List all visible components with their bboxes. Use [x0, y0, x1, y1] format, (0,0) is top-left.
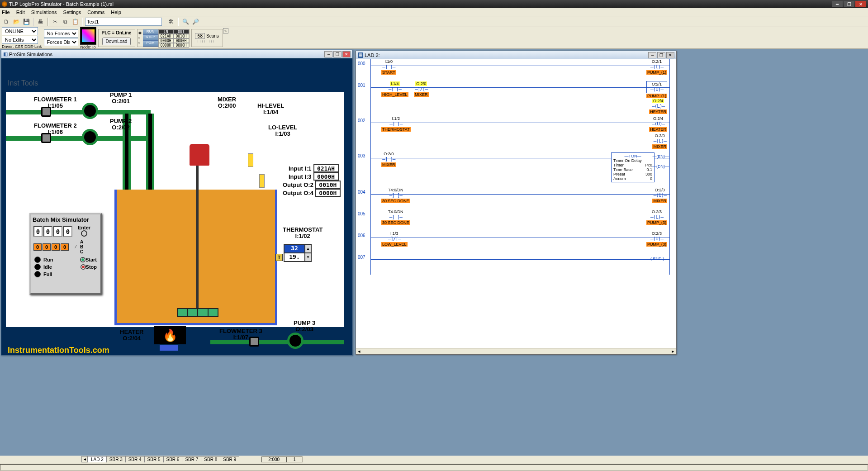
output-instruction[interactable]: O:2/0—(U)—MIXER: [652, 188, 667, 203]
lo-level-sensor: [259, 174, 265, 188]
lolevel-label: LO-LEVELI:1/03: [268, 124, 297, 138]
menu-settings[interactable]: Settings: [63, 10, 81, 15]
collapse-toolbar-icon[interactable]: «: [223, 28, 228, 33]
rung-005[interactable]: 005 T4:0/DN—] [—30 SEC DONEO:2/3—(L)—PUM…: [356, 209, 676, 231]
thermo-current[interactable]: 19.: [284, 253, 305, 262]
tab-sbr6[interactable]: SBR 6: [163, 456, 183, 462]
zoom-in-icon[interactable]: 🔍: [181, 17, 190, 26]
menu-edit[interactable]: Edit: [16, 10, 25, 15]
thermo-t-badge: T: [275, 254, 283, 261]
ladder-close-button[interactable]: ✕: [666, 52, 674, 58]
ladder-body[interactable]: 000 I:1/0—] [—STARTO:2/1—(L)—PUMP_(1)001…: [356, 59, 676, 348]
plc-panel: PLC = OnLine DownLoad: [98, 29, 135, 47]
tab-sbr5[interactable]: SBR 5: [144, 456, 164, 462]
prosim-min-button[interactable]: ━: [324, 51, 332, 57]
tab-sbr4[interactable]: SBR 4: [125, 456, 145, 462]
rung-001[interactable]: 001 I:1/4—] [—HIGH_LEVELO:2/0—]/[—MIXERO…: [356, 81, 676, 116]
output-instruction[interactable]: O:2/3—(L)—PUMP_(3): [646, 209, 667, 225]
prosim-close-button[interactable]: ✕: [342, 51, 351, 57]
menu-comms[interactable]: Comms: [87, 10, 104, 15]
maximize-button[interactable]: ❐: [844, 1, 854, 7]
rung-002[interactable]: 002 I:1/2—] [—THERMOSTATO:2/4—(U)—HEATER…: [356, 116, 676, 152]
forces2-combo[interactable]: Forces Disabled: [44, 38, 78, 46]
tools-icon[interactable]: 🛠: [166, 17, 175, 26]
flame-icon: 🔥: [163, 328, 177, 343]
step-button[interactable]: STEP: [143, 35, 158, 41]
rung-004[interactable]: 004 T4:0/DN—] [—30 SEC DONEO:2/0—(U)—MIX…: [356, 188, 676, 209]
instruction[interactable]: I:1/0—] [—START: [381, 59, 396, 75]
simcard-title: Batch Mix Simulator: [31, 214, 100, 225]
close-button[interactable]: ✕: [855, 1, 866, 7]
instruction[interactable]: T4:0/DN—] [—30 SEC DONE: [381, 188, 410, 203]
output-instruction[interactable]: O:2/3—(U)—PUMP_(3): [646, 231, 667, 247]
ladder-max-button[interactable]: ❐: [657, 52, 665, 58]
output-instruction[interactable]: O:2/0—(L)—MIXER: [652, 133, 667, 149]
app-icon: [2, 1, 7, 7]
rung-007[interactable]: 007 —( END )—: [356, 253, 676, 275]
thermo-sp-down[interactable]: ▼: [305, 253, 311, 262]
process-panel: FLOWMETER 1I:1/05 PUMP 1O:2/01 FLOWMETER…: [6, 92, 344, 327]
node-label: Node: Io: [81, 45, 96, 49]
instruction[interactable]: I:1/2—] [—THERMOSTAT: [381, 116, 411, 132]
menu-file[interactable]: File: [2, 10, 10, 15]
rung-003[interactable]: 003 O:2/0—] [—MIXER—TON— Timer On Delay …: [356, 152, 676, 188]
instruction[interactable]: T4:0/DN—] [—30 SEC DONE: [381, 209, 410, 225]
site-footer: InstrumentationTools.com: [8, 346, 109, 355]
start-button[interactable]: [80, 257, 85, 262]
mixer-motor: [190, 144, 209, 166]
menu-help[interactable]: Help: [111, 10, 121, 15]
instruction[interactable]: I:1/3—]/[—LOW_LEVEL: [381, 231, 408, 247]
stop-button[interactable]: [81, 264, 86, 270]
output-instruction[interactable]: O:2/4—(U)—HEATER: [649, 116, 667, 132]
run-panel: ◉○○ RUN STEP PGM INOUT 021AH0010H 0000H0…: [137, 29, 190, 47]
content-area: ◧ ProSim Simulations ━ ❐ ✕ Inst Tools: [0, 49, 868, 456]
paste-icon[interactable]: 📋: [71, 17, 80, 26]
rung-006[interactable]: 006 I:1/3—]/[—LOW_LEVELO:2/3—(U)—PUMP_(3…: [356, 231, 676, 253]
print-icon[interactable]: 🖶: [36, 17, 45, 26]
ladder-hscroll[interactable]: ◂▸: [356, 348, 676, 354]
thermo-setpoint[interactable]: 32: [284, 244, 305, 253]
thermo-sp-up[interactable]: ▲: [305, 244, 311, 253]
pump2-label: PUMP 2O:2/02: [110, 118, 132, 131]
instruction[interactable]: I:1/4—] [—HIGH_LEVEL: [381, 81, 408, 97]
open-icon[interactable]: 📂: [12, 17, 21, 26]
tab-scroll-left[interactable]: ◂: [81, 456, 88, 462]
switch-icon[interactable]: ⟋: [73, 243, 79, 250]
tab-sbr3[interactable]: SBR 3: [106, 456, 126, 462]
io-row-in1: Input I:1021AH: [289, 164, 339, 172]
instruction-input[interactable]: [85, 18, 162, 26]
thermo-label: THERMOSTATI:1/02: [283, 227, 323, 240]
rung-000[interactable]: 000 I:1/0—] [—STARTO:2/1—(L)—PUMP_(1): [356, 59, 676, 81]
copy-icon[interactable]: ⧉: [61, 17, 70, 26]
save-icon[interactable]: 💾: [22, 17, 31, 26]
output-instruction[interactable]: O:2/1—(U)—PUMP_(1): [646, 81, 667, 98]
tab-sbr9[interactable]: SBR 9: [220, 456, 239, 462]
menu-simulations[interactable]: Simulations: [31, 10, 57, 15]
forces-combo[interactable]: No Forces: [44, 29, 78, 38]
new-icon[interactable]: 🗋: [2, 17, 11, 26]
edits-combo[interactable]: No Edits: [2, 36, 38, 44]
download-button[interactable]: DownLoad: [102, 38, 131, 45]
run-led: [34, 257, 41, 263]
flow1-label: FLOWMETER 1I:1/05: [34, 96, 77, 109]
cut-icon[interactable]: ✂: [51, 17, 60, 26]
output-instruction[interactable]: O:2/1—(L)—PUMP_(1): [646, 59, 667, 75]
pump3-label: PUMP 3O:2/03: [294, 320, 315, 333]
mode-combo[interactable]: ONLINE: [2, 27, 38, 35]
minimize-button[interactable]: ━: [832, 1, 843, 7]
run-button[interactable]: RUN: [143, 29, 158, 35]
zoom-out-icon[interactable]: 🔎: [191, 17, 200, 26]
enter-button[interactable]: [81, 230, 87, 237]
tab-sbr7[interactable]: SBR 7: [182, 456, 201, 462]
hilevel-label: HI-LEVELI:1/04: [257, 103, 284, 116]
prosim-max-button[interactable]: ❐: [333, 51, 342, 57]
tab-sbr8[interactable]: SBR 8: [201, 456, 220, 462]
ladder-min-button[interactable]: ━: [648, 52, 656, 58]
status-bar: [0, 463, 868, 471]
pgm-button[interactable]: PGM: [143, 41, 158, 47]
output-instruction[interactable]: O:2/4—(L)—HEATER: [649, 98, 667, 114]
tab-lad2[interactable]: LAD 2: [88, 456, 107, 462]
ton-block[interactable]: —TON— Timer On Delay TimerT4:0 Time Base…: [611, 152, 655, 182]
instruction[interactable]: O:2/0—] [—MIXER: [381, 152, 396, 167]
instruction[interactable]: O:2/0—]/[—MIXER: [414, 81, 429, 97]
